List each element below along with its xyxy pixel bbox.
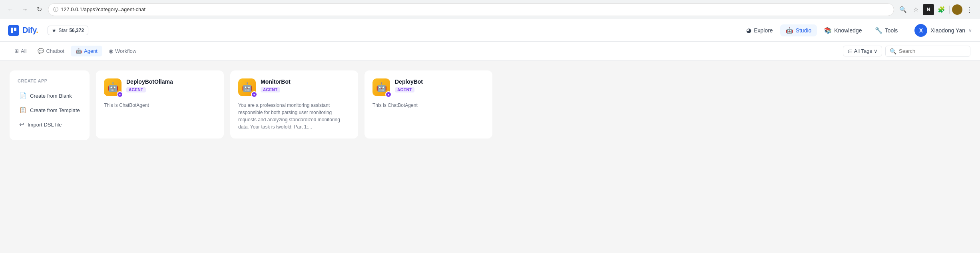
app-header: Dify. ★ Star 56,372 ◕ Explore 🤖 Studio 📚… [0,19,980,42]
app-description: This is ChatBotAgent [104,102,216,109]
main-content: CREATE APP 📄 Create from Blank 📋 Create … [0,61,980,150]
app-info: MonitorBot AGENT [261,78,350,92]
svg-rect-1 [14,28,16,31]
nav-explore-label: Explore [754,27,773,34]
tags-dropdown[interactable]: 🏷 All Tags ∨ [843,46,882,56]
notion-extension-icon[interactable]: N [923,4,934,15]
app-icon: 🤖 ● [372,78,390,96]
user-avatar: X [914,24,927,37]
subnav-agent[interactable]: 🤖 Agent [71,46,102,56]
logo-text: Dify. [22,26,38,35]
subnav-agent-label: Agent [84,48,98,54]
app-badge: AGENT [126,87,146,92]
app-card-deploybot[interactable]: 🤖 ● DeployBot AGENT This is ChatBotAgent [365,70,492,139]
nav-tools[interactable]: 🔧 Tools [869,24,904,36]
import-icon: ↩ [19,121,24,128]
browser-chrome: ← → ↻ ⓘ 127.0.0.1/apps?category=agent-ch… [0,0,980,19]
subnav-workflow[interactable]: ◉ Workflow [104,46,141,56]
tag-icon: 🏷 [847,48,853,54]
search-box[interactable]: 🔍 [885,46,970,57]
app-card-deploybot-ollama[interactable]: 🤖 ● DeployBotOllama AGENT This is ChatBo… [96,70,224,139]
app-name: MonitorBot [261,78,350,85]
create-from-template[interactable]: 📋 Create from Template [18,103,82,117]
nav-explore[interactable]: ◕ Explore [741,24,778,36]
import-dsl[interactable]: ↩ Import DSL file [18,118,82,131]
app-card-header: 🤖 ● DeployBotOllama AGENT [104,78,216,96]
url-text: 127.0.0.1/apps?category=agent-chat [61,6,889,12]
app-card-header: 🤖 ● MonitorBot AGENT [238,78,350,96]
subnav-chatbot[interactable]: 💬 Chatbot [33,46,69,56]
chatbot-icon: 💬 [38,48,44,54]
nav-knowledge-label: Knowledge [834,27,862,34]
logo-icon [8,25,19,36]
app-icon-badge: ● [251,91,257,98]
import-label: Import DSL file [28,122,62,128]
agent-icon: 🤖 [76,48,82,54]
tools-icon: 🔧 [875,27,882,34]
create-card: CREATE APP 📄 Create from Blank 📋 Create … [10,70,90,140]
app-info: DeployBotOllama AGENT [126,78,216,92]
create-label: CREATE APP [18,78,82,83]
github-star-button[interactable]: ★ Star 56,372 [48,26,88,35]
back-button[interactable]: ← [5,4,16,15]
browser-menu-button[interactable]: ⋮ [964,4,975,15]
knowledge-icon: 📚 [824,27,832,34]
cards-area: 🤖 ● DeployBotOllama AGENT This is ChatBo… [96,70,970,139]
address-bar[interactable]: ⓘ 127.0.0.1/apps?category=agent-chat [48,3,894,16]
app-icon: 🤖 ● [238,78,256,96]
app-badge: AGENT [395,87,414,92]
browser-search-icon[interactable]: 🔍 [897,4,908,15]
studio-icon: 🤖 [786,27,793,34]
app-card-header: 🤖 ● DeployBot AGENT [372,78,484,96]
header-nav: ◕ Explore 🤖 Studio 📚 Knowledge 🔧 Tools [741,24,903,36]
user-chevron-icon: ∨ [968,28,972,33]
app-description: This is ChatBotAgent [372,102,484,109]
extensions-icon[interactable]: 🧩 [936,4,947,15]
subnav-workflow-label: Workflow [115,48,136,54]
browser-avatar[interactable] [952,4,962,15]
star-count: 56,372 [69,28,84,33]
svg-rect-0 [11,28,13,33]
workflow-icon: ◉ [109,48,113,54]
nav-studio-label: Studio [796,27,812,34]
app-icon-badge: ● [117,91,123,98]
subnav-all-label: All [21,48,26,54]
app-card-monitorbot[interactable]: 🤖 ● MonitorBot AGENT You are a professio… [230,70,358,139]
template-icon: 📋 [19,106,27,114]
all-icon: ⊞ [14,48,19,54]
info-icon: ⓘ [53,6,58,13]
bookmark-icon[interactable]: ☆ [910,4,921,15]
tags-chevron-icon: ∨ [874,48,878,54]
nav-knowledge[interactable]: 📚 Knowledge [819,24,867,36]
search-input[interactable] [899,48,966,54]
user-area[interactable]: X Xiaodong Yan ∨ [914,24,972,37]
create-blank-label: Create from Blank [30,93,72,99]
explore-icon: ◕ [746,27,751,34]
app-info: DeployBot AGENT [395,78,484,92]
app-description: You are a professional monitoring assist… [238,102,350,131]
sub-nav-left: ⊞ All 💬 Chatbot 🤖 Agent ◉ Workflow [10,46,141,56]
user-name: Xiaodong Yan [930,27,965,34]
app-icon: 🤖 ● [104,78,122,96]
create-template-label: Create from Template [30,107,80,113]
create-from-blank[interactable]: 📄 Create from Blank [18,89,82,102]
sub-nav-right: 🏷 All Tags ∨ 🔍 [843,46,970,57]
forward-button[interactable]: → [19,4,30,15]
sub-nav: ⊞ All 💬 Chatbot 🤖 Agent ◉ Workflow 🏷 All… [0,42,980,61]
app-icon-badge: ● [385,91,392,98]
browser-toolbar: 🔍 ☆ N 🧩 ⋮ [897,4,975,15]
search-icon: 🔍 [890,48,896,54]
nav-tools-label: Tools [885,27,898,34]
app-badge: AGENT [261,87,280,92]
tags-label: All Tags [854,48,872,54]
subnav-all[interactable]: ⊞ All [10,46,31,56]
star-label: Star [58,28,67,33]
nav-studio[interactable]: 🤖 Studio [780,24,817,36]
github-icon: ★ [52,28,56,33]
divider [949,6,950,14]
reload-button[interactable]: ↻ [34,4,45,15]
subnav-chatbot-label: Chatbot [46,48,64,54]
logo-area: Dify. [8,25,38,36]
app-name: DeployBot [395,78,484,85]
blank-icon: 📄 [19,92,27,99]
